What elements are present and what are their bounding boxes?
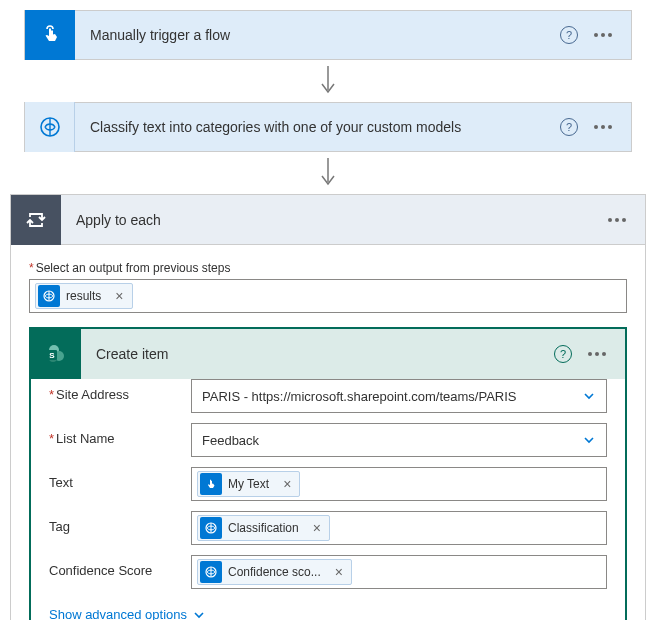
tag-input[interactable]: Classification ×	[191, 511, 607, 545]
token-remove[interactable]: ×	[305, 520, 329, 536]
sharepoint-icon: S	[31, 329, 81, 379]
token-remove[interactable]: ×	[107, 288, 131, 304]
help-icon[interactable]: ?	[560, 26, 578, 44]
token-label: My Text	[228, 477, 275, 491]
ai-token-icon	[38, 285, 60, 307]
apply-title: Apply to each	[61, 212, 604, 228]
help-icon[interactable]: ?	[560, 118, 578, 136]
ai-builder-icon	[25, 102, 75, 152]
site-address-value: PARIS - https://microsoft.sharepoint.com…	[202, 389, 517, 404]
apply-to-each-container: Apply to each Select an output from prev…	[10, 194, 646, 620]
previous-steps-label: Select an output from previous steps	[29, 261, 627, 275]
token-label: Classification	[228, 521, 305, 535]
list-name-label: List Name	[49, 423, 191, 446]
flow-arrow	[10, 60, 646, 102]
token-label: results	[66, 289, 107, 303]
more-menu[interactable]	[590, 121, 616, 133]
more-menu[interactable]	[590, 29, 616, 41]
mytext-token: My Text ×	[197, 471, 300, 497]
confidence-input[interactable]: Confidence sco... ×	[191, 555, 607, 589]
create-item-container: S Create item ? Site Address PARIS - htt…	[29, 327, 627, 620]
chevron-down-icon	[582, 389, 596, 403]
token-label: Confidence sco...	[228, 565, 327, 579]
results-token: results ×	[35, 283, 133, 309]
text-label: Text	[49, 467, 191, 490]
trigger-title: Manually trigger a flow	[75, 27, 560, 43]
classify-title: Classify text into categories with one o…	[75, 119, 560, 135]
more-menu[interactable]	[584, 348, 610, 360]
show-advanced-link[interactable]: Show advanced options	[31, 599, 223, 620]
flow-token-icon	[200, 473, 222, 495]
flow-arrow	[10, 152, 646, 194]
chevron-down-icon	[582, 433, 596, 447]
tag-label: Tag	[49, 511, 191, 534]
more-menu[interactable]	[604, 214, 630, 226]
ai-token-icon	[200, 561, 222, 583]
svg-text:S: S	[49, 351, 55, 360]
previous-steps-input[interactable]: results ×	[29, 279, 627, 313]
site-address-select[interactable]: PARIS - https://microsoft.sharepoint.com…	[191, 379, 607, 413]
confidence-token: Confidence sco... ×	[197, 559, 352, 585]
list-name-value: Feedback	[202, 433, 259, 448]
classify-step-card[interactable]: Classify text into categories with one o…	[24, 102, 632, 152]
token-remove[interactable]: ×	[327, 564, 351, 580]
confidence-label: Confidence Score	[49, 555, 191, 578]
loop-icon	[11, 195, 61, 245]
ai-token-icon	[200, 517, 222, 539]
chevron-down-icon	[193, 609, 205, 621]
list-name-select[interactable]: Feedback	[191, 423, 607, 457]
show-advanced-label: Show advanced options	[49, 607, 187, 620]
touch-icon	[25, 10, 75, 60]
create-item-title: Create item	[81, 346, 554, 362]
apply-step-header[interactable]: Apply to each	[11, 195, 645, 245]
token-remove[interactable]: ×	[275, 476, 299, 492]
trigger-step-card[interactable]: Manually trigger a flow ?	[24, 10, 632, 60]
text-input[interactable]: My Text ×	[191, 467, 607, 501]
site-address-label: Site Address	[49, 379, 191, 402]
classification-token: Classification ×	[197, 515, 330, 541]
help-icon[interactable]: ?	[554, 345, 572, 363]
create-item-header[interactable]: S Create item ?	[31, 329, 625, 379]
